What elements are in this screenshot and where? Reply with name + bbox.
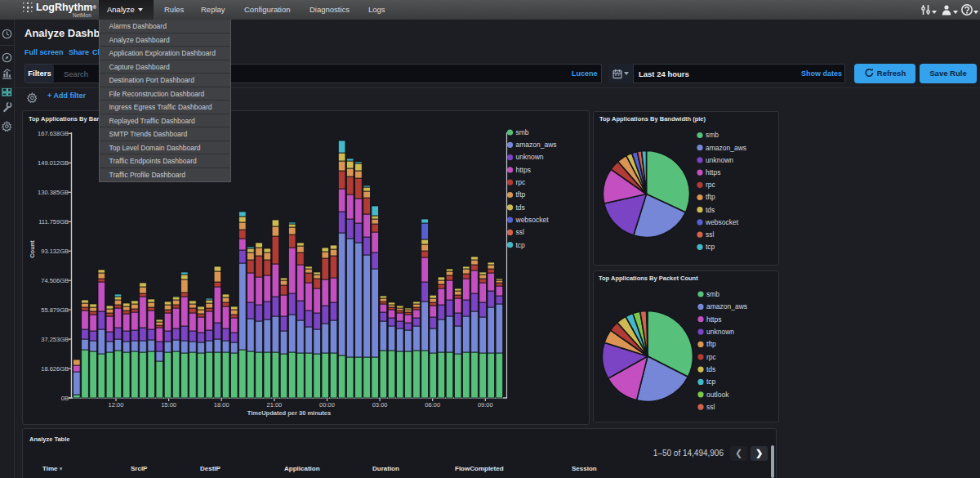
svg-text:websocket: websocket (705, 218, 739, 226)
svg-text:amazon_aws: amazon_aws (516, 141, 557, 149)
svg-text:tcp: tcp (516, 241, 526, 249)
svg-text:unknown: unknown (706, 328, 734, 336)
svg-text:0B: 0B (61, 395, 69, 402)
svg-text:15:00: 15:00 (161, 401, 176, 409)
svg-text:https: https (706, 168, 720, 176)
svg-text:unknown: unknown (516, 153, 544, 161)
svg-text:TimeUpdated per 30 minutes: TimeUpdated per 30 minutes (247, 409, 331, 417)
svg-text:tcp: tcp (706, 377, 716, 386)
svg-text:amazon_aws: amazon_aws (706, 302, 747, 310)
svg-text:amazon_aws: amazon_aws (706, 144, 746, 152)
svg-text:smb: smb (706, 290, 719, 298)
svg-text:03:00: 03:00 (372, 401, 388, 409)
svg-text:ssl: ssl (706, 230, 715, 239)
svg-text:09:00: 09:00 (478, 401, 493, 409)
svg-text:tftp: tftp (516, 190, 526, 199)
svg-text:21:00: 21:00 (267, 401, 283, 409)
svg-text:Count: Count (29, 240, 36, 258)
svg-text:tftp: tftp (706, 340, 716, 348)
svg-text:websocket: websocket (515, 216, 550, 224)
svg-text:ssl: ssl (706, 403, 715, 411)
svg-text:12:00: 12:00 (109, 401, 124, 409)
svg-text:outlook: outlook (706, 391, 729, 399)
svg-text:167.638GB: 167.638GB (38, 130, 69, 137)
svg-text:ssl: ssl (516, 228, 525, 236)
svg-text:tftp: tftp (706, 193, 715, 201)
svg-text:rpc: rpc (706, 353, 717, 361)
svg-text:18.626GB: 18.626GB (41, 365, 69, 373)
svg-text:tds: tds (706, 206, 715, 214)
svg-text:74.506GB: 74.506GB (41, 277, 69, 284)
svg-text:unknown: unknown (706, 156, 733, 164)
svg-text:18:00: 18:00 (214, 401, 229, 409)
svg-text:93.132GB: 93.132GB (41, 248, 69, 255)
svg-text:https: https (706, 315, 721, 324)
svg-text:rpc: rpc (706, 181, 716, 189)
svg-text:55.879GB: 55.879GB (41, 306, 69, 314)
svg-text:tcp: tcp (706, 243, 715, 251)
svg-text:tds: tds (706, 365, 715, 373)
svg-text:smb: smb (706, 131, 719, 139)
svg-text:rpc: rpc (516, 178, 527, 186)
svg-text:tds: tds (516, 203, 525, 212)
svg-text:111.759GB: 111.759GB (38, 218, 69, 226)
svg-text:149.012GB: 149.012GB (38, 159, 69, 167)
svg-text:https: https (516, 166, 531, 174)
svg-text:smb: smb (516, 128, 529, 136)
svg-text:37.253GB: 37.253GB (41, 336, 69, 343)
svg-text:130.385GB: 130.385GB (38, 189, 69, 196)
svg-text:06:00: 06:00 (425, 401, 440, 409)
svg-text:00:00: 00:00 (319, 401, 335, 409)
